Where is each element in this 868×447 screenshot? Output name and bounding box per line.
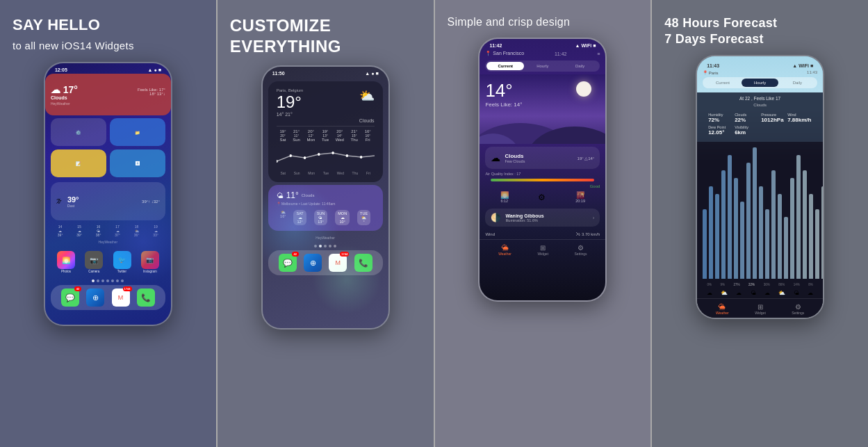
messages-dock-icon: 💬 42 [61,288,79,307]
forecast-bar-3 [721,170,726,279]
phone-mockup-3: 11:42 ▲ WiFi ■ 📍 San Francisco 11:42 ≡ C… [478,38,607,302]
settings-widget: ⚙️ [51,118,106,146]
panel-4-title: 48 Hours Forecast 7 Days Forecast [664,15,855,47]
status-bar-3: 11:42 ▲ WiFi ■ [480,39,605,49]
forecast-bar-11 [771,170,776,279]
aqi-section: Air Quality Index : 17 Good [480,172,605,188]
chart-area [277,147,375,168]
panel-ios14-widgets: SAY HELLO to all new iOS14 Widgets 12:05… [0,0,216,447]
forecast-bar-6 [740,202,744,279]
tab-hourly-4[interactable]: Hourly [742,79,779,87]
hills-svg [480,102,605,144]
weather-scene: 14° Feels Like: 14° [480,74,605,144]
tab-daily-3[interactable]: Daily [562,62,599,70]
tab-weather-3[interactable]: 🌦 Weather [498,244,511,256]
svg-point-1 [289,154,292,157]
panel-forecast: 48 Hours Forecast 7 Days Forecast 11:43 … [652,0,868,447]
panel-simple-design: Simple and crisp design 11:42 ▲ WiFi ■ 📍… [435,0,651,447]
wind-vane-icon: ⚙ [538,193,546,202]
status-bar-1: 12:05 ▲ ● ■ [45,63,171,74]
panel-3-title: Simple and crisp design [448,15,639,29]
phone-1-screen: 12:05 ▲ ● ■ ☁ 17° Clouds Feels Like: 17°… [45,63,171,325]
wind-row: Wind 🌬 3.70 km/h [480,229,605,239]
camera-icon: 📷 [85,251,103,269]
tab-widget-3[interactable]: ⊞ Widget [537,244,548,256]
forecast-bar-2 [715,194,719,279]
info-area: At 22 , Feels Like 17 Clouds Humidity 72… [697,92,823,142]
weather-icon-row: ☁ ⛅ ☁ 🌤 ☁ ⛅ 🌤 ☁ [697,288,823,298]
tabs-row-3: Current Hourly Daily [485,60,600,72]
phone-3-screen: 11:42 ▲ WiFi ■ 📍 San Francisco 11:42 ≡ C… [480,39,605,300]
tabs-row-4: Current Hourly Daily [703,77,817,88]
appstore-widget: 🅰 [110,149,165,177]
panel-1-subtitle: to all new iOS14 Widgets [13,40,134,51]
forecast-bar-13 [784,217,788,279]
tab-weather-4[interactable]: 🌦 Weather [716,303,729,315]
messages-dock-2: 💬 42 [279,254,297,272]
phone-mockup-1: 12:05 ▲ ● ■ ☁ 17° Clouds Feels Like: 17°… [44,62,172,326]
forecast-strip: 14☁39° 15☁39° 16🌤38° 17☁37° 18⛅36° 19☁33… [45,222,171,239]
files-widget: 📁 [110,118,165,146]
bar-chart-area [697,142,823,282]
twitter-icon: 🐦 [113,251,131,269]
forecast-bar-7 [746,163,751,279]
phone-mockup-2: 11:50 ▲ ● ■ Paris, Belgium 19° 14° 21° ⛅… [261,65,390,330]
tab-widget-4[interactable]: ⊞ Widget [755,303,766,315]
heyweather-label-2: HeyWeather [263,234,388,242]
svg-point-0 [277,160,278,163]
widget-purple: 🌤 11° Clouds 📍 Melbourne • Last Update: … [268,185,383,231]
sun-partly-icon: ⛅ [359,88,375,104]
tab-hourly-3[interactable]: Hourly [524,62,562,70]
safari-dock-icon: ⊕ [86,288,104,307]
forecast-bar-14 [790,178,794,279]
forecast-bar-19 [821,186,823,279]
tab-settings-4[interactable]: ⚙ Settings [792,303,804,315]
forecast-bar-0 [703,209,707,279]
moon-card: 🌗 Waning Gibbous Illumination: 51.6% › [485,209,600,227]
svg-point-4 [331,152,334,154]
forecast-row-widget: 19°20°Sat 21°11°Sun 20°12°Mon 19°13°Tue … [277,126,375,145]
tab-daily-4[interactable]: Daily [778,79,816,87]
app-row: 🌅 Photos 📷 Camera 🐦 Twitter 📷 Instagram [45,247,171,277]
forecast-bar-1 [709,186,713,279]
status-bar-4: 11:43 ▲ WiFi ■ [697,59,823,70]
status-bar-2: 11:50 ▲ ● ■ [263,67,388,77]
clouds-card: ☁ Clouds Few Clouds 19° △14° [485,147,600,169]
forecast-bar-4 [728,155,732,279]
forecast-bar-16 [803,170,807,279]
svg-point-2 [303,156,306,159]
page-dots [45,279,171,282]
panel-2-title: CUSTOMIZE EVERYTHING [230,15,421,57]
forecast-bar-10 [765,209,769,279]
panel-1-title: SAY HELLO to all new iOS14 Widgets [13,15,204,54]
svg-point-6 [359,156,362,159]
forecast-bar-9 [759,186,763,279]
phone-2-screen: 11:50 ▲ ● ■ Paris, Belgium 19° 14° 21° ⛅… [263,67,388,328]
instagram-icon: 📷 [141,251,159,269]
forecast-bar-12 [778,194,782,279]
sun-times: 🌅 6:12 ⚙ 🌇 20:19 [480,188,605,206]
small-widget-grid: ⚙️ 📁 📝 🅰 [45,115,171,180]
aqi-bar [491,179,594,181]
sky-area: 11:43 ▲ WiFi ■ 📍 Paris 11:43 Current Hou… [697,56,823,92]
panel-customize: CUSTOMIZE EVERYTHING 11:50 ▲ ● ■ Paris, … [218,0,434,447]
forecast-bar-15 [796,155,801,279]
svg-point-3 [318,153,320,156]
bar-labels: 0% 9% 27% 22% 36% 86% 14% 8% [697,282,823,288]
main-temp-widget: Paris, Belgium 19° 14° 21° ⛅ Clouds 19°2… [268,81,383,182]
page-dots-2 [263,245,388,247]
tab-current-3[interactable]: Current [486,62,524,70]
phone-dock-icon: 📞 [137,288,155,307]
tab-settings-3[interactable]: ⚙ Settings [575,244,587,256]
weather-widget-large: ☁ 17° Clouds Feels Like: 17° 18° 13°↓ He… [45,74,171,115]
tab-current-4[interactable]: Current [704,79,742,87]
forecast-bar-5 [734,178,738,279]
location-bar-4: 📍 Paris 11:43 [697,70,823,76]
forecast-bar-18 [815,209,819,279]
phone-4-screen: 11:43 ▲ WiFi ■ 📍 Paris 11:43 Current Hou… [697,56,823,318]
forecast-bar-8 [753,147,757,279]
safari-dock-2: ⊕ [304,254,322,272]
svg-point-5 [345,154,348,157]
medium-weather-widget: 🌫 39° Dust 39°↑ ↓32° [51,182,165,220]
dock-2: 💬 42 ⊕ M 1744 📞 [268,250,383,275]
